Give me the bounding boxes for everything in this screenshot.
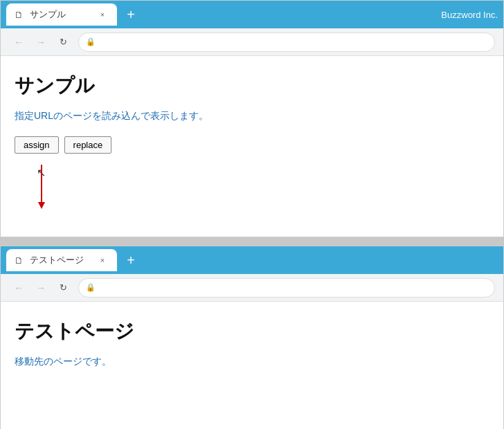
page-description-2: 移動先のページです。 <box>15 356 489 368</box>
toolbar-1: ← → ↻ 🔒 <box>1 28 503 56</box>
browser-tab-1[interactable]: 🗋 サンプル × <box>6 3 117 26</box>
reload-icon-2: ↻ <box>60 282 67 293</box>
replace-button[interactable]: replace <box>64 136 112 154</box>
page-icon-2: 🗋 <box>15 255 24 265</box>
tab-title-2: テストページ <box>30 254 91 266</box>
address-bar-2[interactable]: 🔒 <box>78 278 495 298</box>
back-icon-1: ← <box>14 37 24 48</box>
browser-window-2: 🗋 テストページ × + ← → ↻ 🔒 テストページ 移動先のページです。 <box>0 246 504 429</box>
reload-button-1[interactable]: ↻ <box>53 33 73 52</box>
forward-icon-2: → <box>36 282 46 293</box>
reload-icon-1: ↻ <box>60 37 67 47</box>
arrow-head <box>38 202 45 209</box>
reload-button-2[interactable]: ↻ <box>53 278 73 298</box>
title-bar-1: 🗋 サンプル × + Buzzword Inc. <box>1 1 503 28</box>
page-icon-1: 🗋 <box>15 10 24 19</box>
tab-title-1: サンプル <box>30 8 91 21</box>
back-button-1[interactable]: ← <box>9 33 28 52</box>
back-button-2[interactable]: ← <box>9 278 28 298</box>
assign-button[interactable]: assign <box>15 136 59 154</box>
browser-window-1: 🗋 サンプル × + Buzzword Inc. ← → ↻ 🔒 サンプル 指定… <box>0 0 504 237</box>
browser-separator <box>0 237 504 246</box>
title-bar-2: 🗋 テストページ × + <box>1 246 503 274</box>
tab-close-1[interactable]: × <box>96 8 109 21</box>
forward-icon-1: → <box>36 37 46 48</box>
toolbar-2: ← → ↻ 🔒 <box>1 274 503 302</box>
address-bar-1[interactable]: 🔒 <box>78 33 495 52</box>
buttons-row: assign replace <box>15 136 489 154</box>
page-content-2: テストページ 移動先のページです。 <box>1 302 503 429</box>
forward-button-2[interactable]: → <box>31 278 51 298</box>
page-description-1: 指定URLのページを読み込んで表示します。 <box>15 110 489 122</box>
browser-tab-2[interactable]: 🗋 テストページ × <box>6 249 117 271</box>
lock-icon-1: 🔒 <box>86 37 96 46</box>
tab-close-2[interactable]: × <box>96 254 109 266</box>
company-label: Buzzword Inc. <box>441 10 498 20</box>
page-title-1: サンプル <box>15 73 489 99</box>
back-icon-2: ← <box>14 282 24 293</box>
new-tab-button-2[interactable]: + <box>120 249 142 271</box>
arrow-vertical <box>41 165 42 206</box>
new-tab-button-1[interactable]: + <box>120 3 142 26</box>
arrow-diagram: ↖ <box>35 165 489 220</box>
lock-icon-2: 🔒 <box>86 283 96 292</box>
page-content-1: サンプル 指定URLのページを読み込んで表示します。 assign replac… <box>1 56 503 237</box>
forward-button-1[interactable]: → <box>31 33 51 52</box>
page-title-2: テストページ <box>15 318 489 345</box>
